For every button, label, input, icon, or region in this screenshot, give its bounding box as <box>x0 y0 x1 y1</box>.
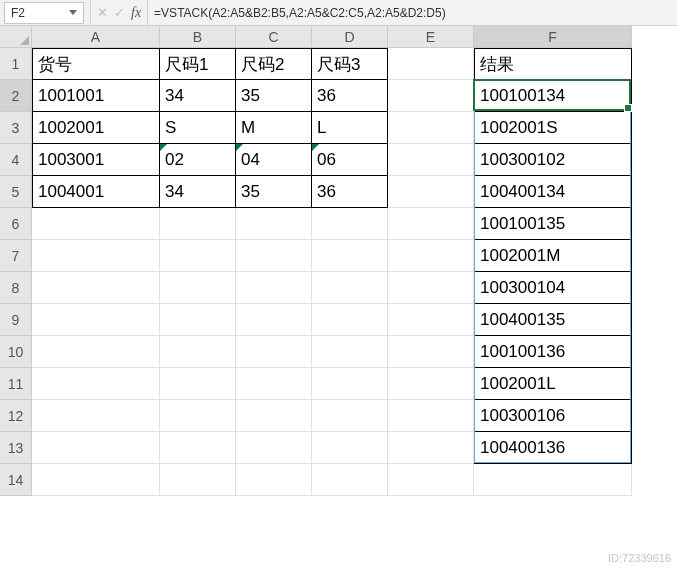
cell-C11[interactable] <box>236 368 312 400</box>
cell-A9[interactable] <box>32 304 160 336</box>
cell-F10[interactable]: 100100136 <box>474 336 632 368</box>
cell-A5[interactable]: 1004001 <box>32 176 160 208</box>
cell-E14[interactable] <box>388 464 474 496</box>
cell-C13[interactable] <box>236 432 312 464</box>
cell-E10[interactable] <box>388 336 474 368</box>
cell-A13[interactable] <box>32 432 160 464</box>
column-header-B[interactable]: B <box>160 26 236 48</box>
cell-E12[interactable] <box>388 400 474 432</box>
row-header-12[interactable]: 12 <box>0 400 32 432</box>
cell-B9[interactable] <box>160 304 236 336</box>
column-header-D[interactable]: D <box>312 26 388 48</box>
cell-A3[interactable]: 1002001 <box>32 112 160 144</box>
cell-C3[interactable]: M <box>236 112 312 144</box>
cell-E6[interactable] <box>388 208 474 240</box>
cell-D1[interactable]: 尺码3 <box>312 48 388 80</box>
cell-B12[interactable] <box>160 400 236 432</box>
cell-F6[interactable]: 100100135 <box>474 208 632 240</box>
cell-C4[interactable]: 04 <box>236 144 312 176</box>
cell-C9[interactable] <box>236 304 312 336</box>
cell-D6[interactable] <box>312 208 388 240</box>
row-header-10[interactable]: 10 <box>0 336 32 368</box>
chevron-down-icon[interactable] <box>69 10 77 15</box>
cell-A4[interactable]: 1003001 <box>32 144 160 176</box>
cell-E7[interactable] <box>388 240 474 272</box>
cell-A6[interactable] <box>32 208 160 240</box>
name-box[interactable]: F2 <box>4 2 84 24</box>
row-header-2[interactable]: 2 <box>0 80 32 112</box>
cell-B7[interactable] <box>160 240 236 272</box>
cell-D13[interactable] <box>312 432 388 464</box>
cell-D10[interactable] <box>312 336 388 368</box>
row-header-11[interactable]: 11 <box>0 368 32 400</box>
cell-D4[interactable]: 06 <box>312 144 388 176</box>
column-header-A[interactable]: A <box>32 26 160 48</box>
cell-E2[interactable] <box>388 80 474 112</box>
cell-E1[interactable] <box>388 48 474 80</box>
cell-C12[interactable] <box>236 400 312 432</box>
cell-E8[interactable] <box>388 272 474 304</box>
cell-E3[interactable] <box>388 112 474 144</box>
cell-B3[interactable]: S <box>160 112 236 144</box>
cell-B13[interactable] <box>160 432 236 464</box>
cell-C7[interactable] <box>236 240 312 272</box>
fx-icon[interactable]: fx <box>131 5 141 21</box>
row-header-4[interactable]: 4 <box>0 144 32 176</box>
cell-F11[interactable]: 1002001L <box>474 368 632 400</box>
column-header-C[interactable]: C <box>236 26 312 48</box>
cell-F8[interactable]: 100300104 <box>474 272 632 304</box>
cell-A8[interactable] <box>32 272 160 304</box>
cell-C1[interactable]: 尺码2 <box>236 48 312 80</box>
cell-B14[interactable] <box>160 464 236 496</box>
cell-E4[interactable] <box>388 144 474 176</box>
cell-A11[interactable] <box>32 368 160 400</box>
cell-F13[interactable]: 100400136 <box>474 432 632 464</box>
cell-B4[interactable]: 02 <box>160 144 236 176</box>
cell-B11[interactable] <box>160 368 236 400</box>
cell-A1[interactable]: 货号 <box>32 48 160 80</box>
cell-D7[interactable] <box>312 240 388 272</box>
cell-D12[interactable] <box>312 400 388 432</box>
cell-F5[interactable]: 100400134 <box>474 176 632 208</box>
row-header-13[interactable]: 13 <box>0 432 32 464</box>
row-header-9[interactable]: 9 <box>0 304 32 336</box>
row-header-7[interactable]: 7 <box>0 240 32 272</box>
cell-C10[interactable] <box>236 336 312 368</box>
cell-E5[interactable] <box>388 176 474 208</box>
cell-C2[interactable]: 35 <box>236 80 312 112</box>
cell-F12[interactable]: 100300106 <box>474 400 632 432</box>
cell-A7[interactable] <box>32 240 160 272</box>
column-header-F[interactable]: F <box>474 26 632 48</box>
cell-A14[interactable] <box>32 464 160 496</box>
cell-F4[interactable]: 100300102 <box>474 144 632 176</box>
cell-D9[interactable] <box>312 304 388 336</box>
cell-D14[interactable] <box>312 464 388 496</box>
cell-B6[interactable] <box>160 208 236 240</box>
row-header-6[interactable]: 6 <box>0 208 32 240</box>
cell-C14[interactable] <box>236 464 312 496</box>
row-header-1[interactable]: 1 <box>0 48 32 80</box>
cell-D11[interactable] <box>312 368 388 400</box>
cell-B8[interactable] <box>160 272 236 304</box>
cell-B1[interactable]: 尺码1 <box>160 48 236 80</box>
row-header-8[interactable]: 8 <box>0 272 32 304</box>
cell-D2[interactable]: 36 <box>312 80 388 112</box>
cell-F1[interactable]: 结果 <box>474 48 632 80</box>
row-header-14[interactable]: 14 <box>0 464 32 496</box>
cell-E11[interactable] <box>388 368 474 400</box>
cell-B5[interactable]: 34 <box>160 176 236 208</box>
cell-E9[interactable] <box>388 304 474 336</box>
cell-B2[interactable]: 34 <box>160 80 236 112</box>
cell-A10[interactable] <box>32 336 160 368</box>
cell-A2[interactable]: 1001001 <box>32 80 160 112</box>
cell-F9[interactable]: 100400135 <box>474 304 632 336</box>
cell-B10[interactable] <box>160 336 236 368</box>
cell-D3[interactable]: L <box>312 112 388 144</box>
column-header-E[interactable]: E <box>388 26 474 48</box>
cell-D8[interactable] <box>312 272 388 304</box>
row-header-3[interactable]: 3 <box>0 112 32 144</box>
cell-A12[interactable] <box>32 400 160 432</box>
cell-F2[interactable]: 100100134 <box>474 80 632 112</box>
select-all-corner[interactable] <box>0 26 32 48</box>
cell-C6[interactable] <box>236 208 312 240</box>
